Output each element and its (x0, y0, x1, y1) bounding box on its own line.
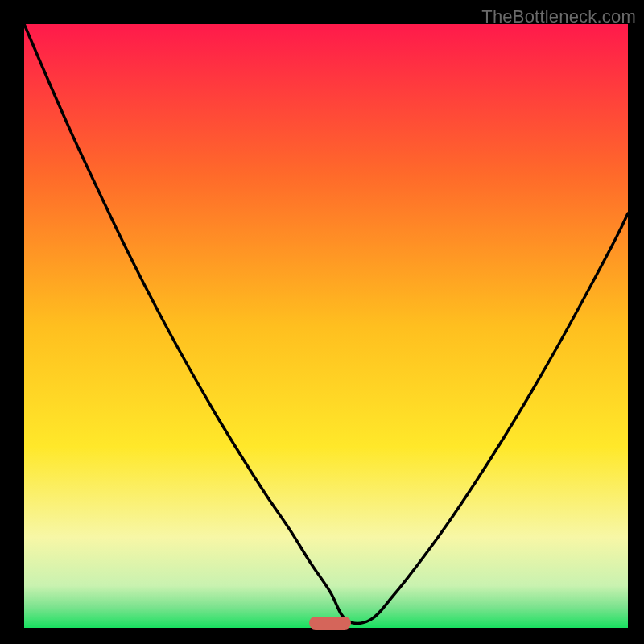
watermark-text: TheBottleneck.com (481, 6, 636, 27)
bottleneck-marker (309, 617, 351, 630)
plot-background (24, 24, 628, 628)
chart-container: TheBottleneck.com (0, 0, 644, 644)
chart-svg (0, 0, 644, 644)
